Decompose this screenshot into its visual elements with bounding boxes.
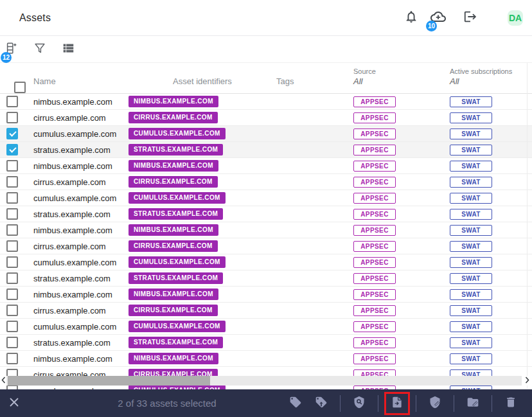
row-checkbox[interactable] — [6, 176, 18, 188]
row-checkbox[interactable] — [6, 321, 18, 332]
scrollbar-thumb[interactable] — [8, 376, 210, 386]
table-row[interactable]: nimbus.example.comNIMBUS.EXAMPLE.COMAPPS… — [0, 94, 532, 110]
source-badge: APPSEC — [353, 225, 396, 236]
source-badge: APPSEC — [353, 177, 396, 188]
row-checkbox[interactable] — [6, 160, 18, 172]
asset-name: cumulus.example.com — [33, 322, 129, 332]
row-checkbox[interactable] — [6, 112, 18, 123]
asset-identifier-badge: CUMULUS.EXAMPLE.COM — [129, 321, 226, 332]
edit-policies-button[interactable] — [422, 392, 448, 415]
row-checkbox[interactable] — [6, 224, 18, 236]
row-checkbox[interactable] — [6, 256, 18, 268]
logout-button[interactable] — [463, 10, 478, 26]
asset-name: cumulus.example.com — [33, 258, 129, 267]
selection-count-text: 2 of 33 assets selected — [118, 398, 216, 409]
asset-identifier-badge: CIRRUS.EXAMPLE.COM — [129, 176, 218, 188]
row-checkbox[interactable] — [6, 272, 18, 284]
table-row[interactable]: cumulus.example.comCUMULUS.EXAMPLE.COMAP… — [0, 319, 532, 335]
scrollbar-track[interactable] — [6, 376, 522, 386]
chevron-left-icon — [1, 376, 6, 386]
notifications-button[interactable] — [403, 10, 419, 26]
table-row[interactable]: nimbus.example.comNIMBUS.EXAMPLE.COMAPPS… — [0, 158, 532, 174]
source-filter-value[interactable]: All — [353, 76, 362, 86]
remove-tags-button[interactable] — [308, 392, 334, 415]
subscription-badge: SWAT — [450, 305, 492, 316]
table-row[interactable]: nimbus.example.comNIMBUS.EXAMPLE.COMAPPS… — [0, 351, 532, 367]
column-header-subscriptions[interactable]: Active subscriptions All — [450, 63, 532, 93]
subscription-badge: SWAT — [450, 161, 492, 172]
asset-name: cumulus.example.com — [33, 129, 129, 139]
column-header-source[interactable]: Source All — [353, 63, 450, 93]
subscription-badge: SWAT — [450, 337, 492, 348]
table-row[interactable]: stratus.example.comSTRATUS.EXAMPLE.COMAP… — [0, 206, 532, 222]
upload-button[interactable]: 10 — [430, 10, 446, 26]
row-checkbox[interactable] — [6, 144, 18, 155]
asset-identifier-badge: CIRRUS.EXAMPLE.COM — [129, 112, 218, 123]
header-actions: 10 DA — [403, 10, 523, 26]
filter-button[interactable] — [33, 42, 47, 57]
asset-name: cirrus.example.com — [33, 113, 129, 123]
source-badge: APPSEC — [353, 273, 396, 284]
source-badge: APPSEC — [353, 96, 396, 107]
table-row[interactable]: stratus.example.comSTRATUS.EXAMPLE.COMAP… — [0, 335, 532, 351]
table-row[interactable]: cumulus.example.comCUMULUS.EXAMPLE.COMAP… — [0, 126, 532, 142]
table-row[interactable]: cumulus.example.comCUMULUS.EXAMPLE.COMAP… — [0, 190, 532, 206]
table-row[interactable]: cirrus.example.comCIRRUS.EXAMPLE.COMAPPS… — [0, 303, 532, 319]
divider — [492, 395, 492, 412]
asset-name: cirrus.example.com — [33, 242, 129, 251]
columns-count-badge: 12 — [1, 52, 12, 63]
asset-identifier-badge: CUMULUS.EXAMPLE.COM — [129, 192, 226, 204]
row-checkbox[interactable] — [6, 240, 18, 252]
clear-selection-button[interactable] — [6, 396, 22, 411]
subscriptions-filter-value[interactable]: All — [450, 76, 459, 86]
horizontal-scrollbar[interactable] — [0, 376, 532, 386]
row-checkbox[interactable] — [6, 128, 18, 139]
table-row[interactable]: cumulus.example.comCUMULUS.EXAMPLE.COMAP… — [0, 254, 532, 271]
asset-identifier-badge: NIMBUS.EXAMPLE.COM — [129, 288, 218, 300]
table-row[interactable]: stratus.example.comSTRATUS.EXAMPLE.COMAP… — [0, 142, 532, 158]
shield-search-icon — [353, 396, 366, 411]
asset-name: stratus.example.com — [33, 145, 129, 155]
table-row[interactable]: cirrus.example.comCIRRUS.EXAMPLE.COMAPPS… — [0, 110, 532, 126]
asset-name: stratus.example.com — [33, 209, 129, 219]
row-checkbox[interactable] — [6, 192, 18, 204]
scroll-right-button[interactable] — [522, 376, 532, 386]
row-checkbox[interactable] — [6, 96, 18, 107]
row-checkbox[interactable] — [6, 208, 18, 220]
delete-button[interactable] — [498, 392, 524, 415]
scroll-left-button[interactable] — [0, 376, 6, 386]
column-header-identifiers: Asset identifiers — [129, 63, 276, 93]
asset-name: nimbus.example.com — [33, 97, 129, 107]
list-view-button[interactable] — [61, 42, 75, 57]
add-columns-button[interactable]: 12 — [4, 42, 19, 57]
edit-group-button[interactable] — [460, 392, 486, 415]
tag-arrow-icon — [315, 396, 328, 411]
upload-count-badge: 10 — [426, 21, 437, 31]
close-icon — [9, 397, 19, 409]
scan-button[interactable] — [346, 392, 372, 415]
table-row[interactable]: cirrus.example.comCIRRUS.EXAMPLE.COMAPPS… — [0, 238, 532, 254]
row-checkbox[interactable] — [6, 385, 18, 389]
asset-identifier-badge: STRATUS.EXAMPLE.COM — [129, 144, 223, 155]
row-checkbox[interactable] — [6, 288, 18, 300]
subscription-badge: SWAT — [450, 193, 492, 204]
table-toolbar: 12 — [0, 36, 532, 63]
select-all-checkbox[interactable] — [14, 82, 26, 93]
avatar[interactable]: DA — [508, 10, 523, 26]
subscriptions-label: Active subscriptions — [450, 67, 512, 75]
table-row[interactable]: cirrus.example.comCIRRUS.EXAMPLE.COMAPPS… — [0, 174, 532, 190]
export-report-button[interactable] — [384, 392, 410, 415]
table-row[interactable]: stratus.example.comSTRATUS.EXAMPLE.COMAP… — [0, 271, 532, 287]
row-checkbox[interactable] — [6, 337, 18, 348]
row-checkbox[interactable] — [6, 305, 18, 316]
asset-identifier-badge: CIRRUS.EXAMPLE.COM — [129, 240, 218, 252]
table-row[interactable]: nimbus.example.comNIMBUS.EXAMPLE.COMAPPS… — [0, 222, 532, 238]
chevron-right-icon — [525, 376, 529, 386]
table-row[interactable]: nimbus.example.comNIMBUS.EXAMPLE.COMAPPS… — [0, 287, 532, 303]
column-header-tags: Tags — [276, 63, 353, 93]
bell-icon — [404, 10, 418, 26]
table-header: Name Asset identifiers Tags Source All A… — [0, 63, 532, 94]
add-tags-button[interactable] — [283, 392, 308, 415]
row-checkbox[interactable] — [6, 353, 18, 364]
asset-identifier-badge: CUMULUS.EXAMPLE.COM — [129, 256, 226, 268]
